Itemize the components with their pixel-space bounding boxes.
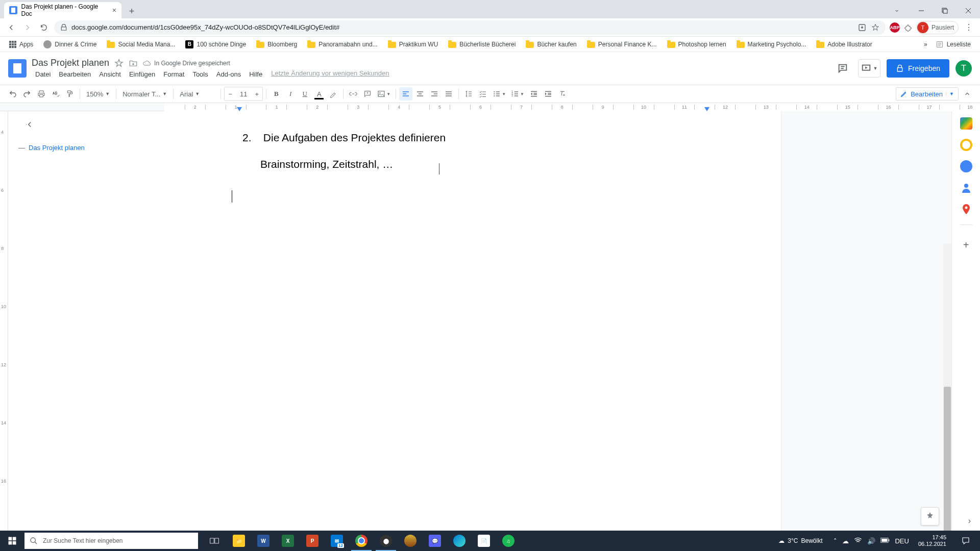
bookmark-star-icon[interactable] <box>871 23 879 32</box>
align-left-button[interactable] <box>399 87 412 101</box>
reading-list-button[interactable]: Leseliste <box>932 38 975 51</box>
bookmark-item[interactable]: Dinner & Crime <box>39 38 101 51</box>
indent-decrease-button[interactable] <box>527 87 541 101</box>
menu-addons[interactable]: Add-ons <box>213 69 244 79</box>
outline-heading-item[interactable]: Das Projekt planen <box>18 142 153 154</box>
menu-datei[interactable]: Datei <box>32 69 54 79</box>
document-title[interactable]: Das Projekt planen <box>32 58 109 68</box>
taskbar-spotify[interactable]: ♫ <box>496 531 521 551</box>
task-view-button[interactable] <box>202 531 227 551</box>
battery-icon[interactable] <box>880 537 890 545</box>
indent-increase-button[interactable] <box>542 87 555 101</box>
bold-button[interactable]: B <box>270 87 283 101</box>
chrome-menu-button[interactable]: ⋮ <box>963 21 975 34</box>
spellcheck-button[interactable] <box>49 87 62 101</box>
apps-button[interactable]: Apps <box>5 39 37 50</box>
bookmark-item[interactable]: Praktikum WU <box>384 39 443 50</box>
bookmark-item[interactable]: B100 schöne Dinge <box>181 38 250 51</box>
extensions-icon[interactable] <box>904 23 912 32</box>
language-indicator[interactable]: DEU <box>895 537 909 545</box>
system-tray[interactable]: ˄ ☁ 🔊 DEU <box>834 536 909 546</box>
onedrive-icon[interactable]: ☁ <box>842 537 849 545</box>
bookmark-item[interactable]: Social Media Mana... <box>103 39 179 50</box>
bullet-list-button[interactable]: ▼ <box>491 87 508 101</box>
font-size-increase[interactable]: + <box>251 87 262 101</box>
abp-extension-icon[interactable]: ABP <box>890 22 900 33</box>
install-icon[interactable] <box>858 23 866 32</box>
style-selector[interactable]: Normaler T...▼ <box>119 87 170 101</box>
address-bar[interactable]: docs.google.com/document/d/1csG0dee95x_7… <box>54 20 886 35</box>
menu-format[interactable]: Format <box>160 69 188 79</box>
bookmark-item[interactable]: Personal Finance K... <box>583 39 661 50</box>
hide-side-panel-button[interactable]: › <box>968 516 971 525</box>
align-right-button[interactable] <box>428 87 441 101</box>
scrollbar-thumb[interactable] <box>944 387 951 551</box>
calendar-sidebar-icon[interactable] <box>960 117 972 130</box>
present-button[interactable]: ▼ <box>858 59 880 78</box>
menu-ansicht[interactable]: Ansicht <box>95 69 125 79</box>
taskbar-powerpoint[interactable]: P <box>300 531 325 551</box>
zoom-selector[interactable]: 150%▼ <box>83 87 113 101</box>
bookmark-item[interactable]: Panoramabahn und... <box>303 39 381 50</box>
bookmark-item[interactable]: Bloomberg <box>252 39 301 50</box>
window-maximize-button[interactable] <box>933 3 957 18</box>
keep-sidebar-icon[interactable] <box>960 139 972 151</box>
insert-link-button[interactable] <box>347 87 360 101</box>
add-sidebar-button[interactable]: + <box>963 239 969 251</box>
move-icon[interactable] <box>129 59 138 68</box>
document-canvas[interactable]: 2. Die Aufgaben des Projektes definieren… <box>163 111 951 551</box>
profile-button[interactable]: T Pausiert <box>916 21 959 34</box>
insert-image-button[interactable]: ▼ <box>375 87 393 101</box>
account-avatar[interactable]: T <box>955 60 972 77</box>
menu-bearbeiten[interactable]: Bearbeiten <box>55 69 94 79</box>
bookmark-item[interactable]: Bücherliste Bücherei <box>444 39 520 50</box>
wifi-icon[interactable] <box>854 536 862 546</box>
taskbar-clock[interactable]: 17:45 06.12.2021 <box>914 534 950 547</box>
checklist-button[interactable] <box>476 87 489 101</box>
nav-reload-button[interactable] <box>38 21 50 34</box>
taskbar-word[interactable]: W <box>251 531 276 551</box>
taskbar-weather[interactable]: ☁ 3°C Bewölkt <box>772 537 828 544</box>
bookmark-item[interactable]: Bücher kaufen <box>522 39 580 50</box>
tasks-sidebar-icon[interactable] <box>960 160 972 172</box>
document-page[interactable]: 2. Die Aufgaben des Projektes definieren… <box>163 111 781 551</box>
window-minimize-button[interactable] <box>910 3 933 18</box>
menu-einfuegen[interactable]: Einfügen <box>126 69 159 79</box>
contacts-sidebar-icon[interactable] <box>960 182 972 194</box>
underline-button[interactable]: U <box>298 87 311 101</box>
start-button[interactable] <box>0 531 24 551</box>
editing-mode-selector[interactable]: Bearbeiten ▼ <box>896 87 959 101</box>
bookmark-item[interactable]: Photoshop lernen <box>663 39 730 50</box>
insert-comment-button[interactable] <box>361 87 374 101</box>
vertical-ruler[interactable]: 4 6 8 10 12 14 16 18 <box>0 111 8 551</box>
menu-tools[interactable]: Tools <box>189 69 211 79</box>
align-center-button[interactable] <box>413 87 427 101</box>
nav-back-button[interactable] <box>5 21 17 34</box>
explore-button[interactable] <box>921 507 939 525</box>
paint-format-button[interactable] <box>63 87 77 101</box>
highlight-button[interactable] <box>327 87 340 101</box>
taskbar-edge[interactable] <box>447 531 472 551</box>
share-button[interactable]: Freigeben <box>887 59 949 78</box>
horizontal-ruler[interactable]: 2 1 1 2 3 4 5 6 7 8 9 10 11 12 13 14 15 … <box>0 103 980 111</box>
taskbar-explorer[interactable]: 📁 <box>227 531 251 551</box>
print-button[interactable] <box>35 87 48 101</box>
line-spacing-button[interactable] <box>462 87 475 101</box>
taskbar-chrome[interactable] <box>349 531 374 551</box>
indent-marker-left[interactable] <box>237 107 242 111</box>
last-edit-link[interactable]: Letzte Änderung vor wenigen Sekunden <box>271 69 389 79</box>
comments-button[interactable] <box>834 59 852 78</box>
star-icon[interactable] <box>114 59 124 68</box>
bookmark-item[interactable]: Marketing Psycholo... <box>732 39 811 50</box>
redo-button[interactable] <box>20 87 34 101</box>
action-center-button[interactable] <box>955 536 976 545</box>
maps-sidebar-icon[interactable] <box>960 203 972 215</box>
docs-logo-icon[interactable] <box>8 59 27 78</box>
new-tab-button[interactable]: + <box>125 4 139 18</box>
align-justify-button[interactable] <box>442 87 455 101</box>
chrome-chevron-icon[interactable] <box>885 3 909 18</box>
font-size-value[interactable]: 11 <box>236 90 251 98</box>
tab-close-button[interactable]: × <box>112 6 116 14</box>
indent-marker-right[interactable] <box>704 107 709 111</box>
font-size-decrease[interactable]: − <box>225 87 236 101</box>
